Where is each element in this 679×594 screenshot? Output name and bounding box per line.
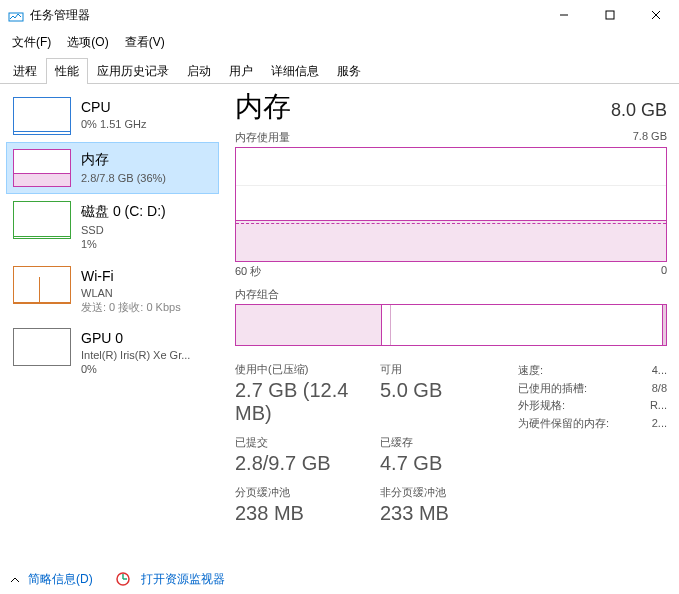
sidebar-item-disk[interactable]: 磁盘 0 (C: D:) SSD 1% (6, 194, 219, 259)
slots-value: 8/8 (641, 380, 667, 398)
cached-label: 已缓存 (380, 435, 510, 450)
nonpaged-value: 233 MB (380, 502, 510, 525)
reserved-label: 为硬件保留的内存: (518, 415, 641, 433)
cpu-thumb (13, 97, 71, 135)
cpu-sub: 0% 1.51 GHz (81, 117, 212, 131)
disk-sub1: SSD (81, 223, 212, 237)
committed-label: 已提交 (235, 435, 380, 450)
slots-label: 已使用的插槽: (518, 380, 641, 398)
form-value: R... (641, 397, 667, 415)
tab-performance[interactable]: 性能 (46, 58, 88, 84)
detail-title: 内存 (235, 88, 291, 126)
tab-bar: 进程 性能 应用历史记录 启动 用户 详细信息 服务 (0, 57, 679, 84)
speed-value: 4... (641, 362, 667, 380)
cached-value: 4.7 GB (380, 452, 510, 475)
menu-view[interactable]: 查看(V) (121, 32, 169, 53)
available-label: 可用 (380, 362, 510, 377)
menu-file[interactable]: 文件(F) (8, 32, 55, 53)
wifi-thumb (13, 266, 71, 304)
disk-sub2: 1% (81, 237, 212, 251)
gpu-sub1: Intel(R) Iris(R) Xe Gr... (81, 348, 212, 362)
system-info: 速度:4... 已使用的插槽:8/8 外形规格:R... 为硬件保留的内存:2.… (518, 362, 667, 525)
sidebar-item-wifi[interactable]: Wi-Fi WLAN 发送: 0 接收: 0 Kbps (6, 259, 219, 322)
gpu-sub2: 0% (81, 362, 212, 376)
wifi-title: Wi-Fi (81, 268, 212, 284)
close-button[interactable] (633, 0, 679, 30)
chart1-x-right: 0 (661, 264, 667, 279)
stats-grid: 使用中(已压缩) 2.7 GB (12.4 MB) 可用 5.0 GB 已提交 … (235, 362, 667, 525)
detail-total: 8.0 GB (611, 100, 667, 121)
menu-bar: 文件(F) 选项(O) 查看(V) (0, 30, 679, 57)
chart1-label: 内存使用量 (235, 130, 290, 145)
cpu-title: CPU (81, 99, 212, 115)
memory-title: 内存 (81, 151, 212, 169)
speed-label: 速度: (518, 362, 641, 380)
content-area: CPU 0% 1.51 GHz 内存 2.8/7.8 GB (36%) 磁盘 0… (0, 84, 679, 571)
reserved-value: 2... (641, 415, 667, 433)
available-value: 5.0 GB (380, 379, 510, 402)
chart1-x-left: 60 秒 (235, 264, 261, 279)
nonpaged-label: 非分页缓冲池 (380, 485, 510, 500)
disk-thumb (13, 201, 71, 239)
maximize-button[interactable] (587, 0, 633, 30)
sidebar: CPU 0% 1.51 GHz 内存 2.8/7.8 GB (36%) 磁盘 0… (0, 84, 225, 571)
open-resource-monitor-link[interactable]: 打开资源监视器 (141, 571, 225, 588)
gpu-title: GPU 0 (81, 330, 212, 346)
sidebar-item-gpu[interactable]: GPU 0 Intel(R) Iris(R) Xe Gr... 0% (6, 321, 219, 384)
fewer-details-link[interactable]: 简略信息(D) (28, 571, 93, 588)
in-use-label: 使用中(已压缩) (235, 362, 380, 377)
window-title: 任务管理器 (30, 7, 541, 24)
form-label: 外形规格: (518, 397, 641, 415)
sidebar-item-memory[interactable]: 内存 2.8/7.8 GB (36%) (6, 142, 219, 194)
memory-sub: 2.8/7.8 GB (36%) (81, 171, 212, 185)
resource-monitor-icon (115, 571, 131, 587)
tab-users[interactable]: 用户 (220, 58, 262, 84)
committed-value: 2.8/9.7 GB (235, 452, 380, 475)
wifi-sub1: WLAN (81, 286, 212, 300)
chevron-up-icon[interactable] (10, 574, 20, 584)
wifi-sub2: 发送: 0 接收: 0 Kbps (81, 300, 212, 314)
minimize-button[interactable] (541, 0, 587, 30)
svg-rect-2 (606, 11, 614, 19)
menu-options[interactable]: 选项(O) (63, 32, 112, 53)
paged-value: 238 MB (235, 502, 380, 525)
disk-title: 磁盘 0 (C: D:) (81, 203, 212, 221)
chart2-label: 内存组合 (235, 287, 667, 302)
window-controls (541, 0, 679, 30)
title-bar: 任务管理器 (0, 0, 679, 30)
detail-panel: 内存 8.0 GB 内存使用量 7.8 GB 60 秒 0 内存组合 (225, 84, 679, 571)
app-icon (8, 7, 24, 23)
gpu-thumb (13, 328, 71, 366)
tab-app-history[interactable]: 应用历史记录 (88, 58, 178, 84)
in-use-value: 2.7 GB (12.4 MB) (235, 379, 380, 425)
tab-details[interactable]: 详细信息 (262, 58, 328, 84)
memory-usage-chart (235, 147, 667, 262)
tab-processes[interactable]: 进程 (4, 58, 46, 84)
tab-startup[interactable]: 启动 (178, 58, 220, 84)
chart1-max: 7.8 GB (633, 130, 667, 145)
footer: 简略信息(D) 打开资源监视器 (0, 564, 679, 594)
memory-composition-chart (235, 304, 667, 346)
memory-thumb (13, 149, 71, 187)
paged-label: 分页缓冲池 (235, 485, 380, 500)
sidebar-item-cpu[interactable]: CPU 0% 1.51 GHz (6, 90, 219, 142)
tab-services[interactable]: 服务 (328, 58, 370, 84)
